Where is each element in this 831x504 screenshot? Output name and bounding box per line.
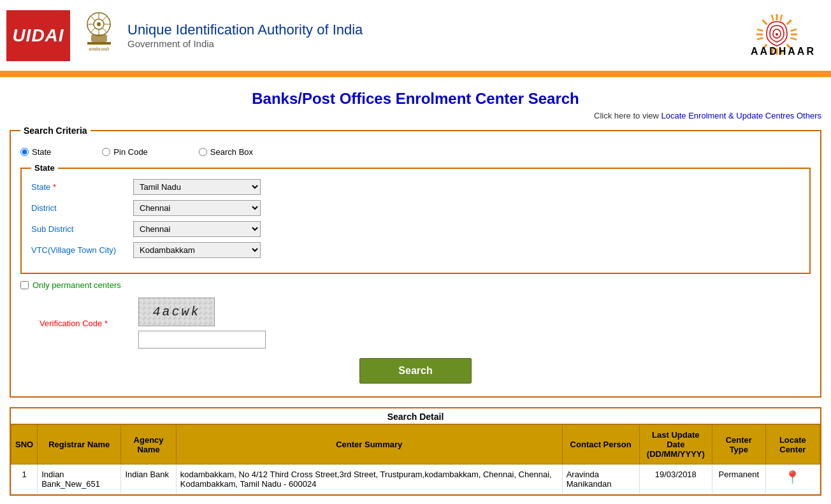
th-contact: Contact Person — [562, 425, 639, 464]
main-content: Banks/Post Offices Enrolment Center Sear… — [0, 77, 831, 502]
svg-line-27 — [790, 38, 797, 40]
captcha-input[interactable] — [138, 331, 266, 349]
permanent-centers-checkbox[interactable] — [20, 281, 29, 289]
svg-line-7 — [90, 16, 95, 20]
svg-line-20 — [787, 20, 791, 24]
cell-sno: 1 — [11, 464, 38, 494]
state-label: State — [31, 182, 133, 192]
th-center-summary: Center Summary — [176, 425, 562, 464]
header-left: UIDAI सत्यमेव जयते — [6, 10, 363, 61]
svg-line-23 — [781, 15, 783, 21]
table-row: 1 Indian Bank_New_651 Indian Bank kodamb… — [11, 464, 820, 494]
gov-name: Government of India — [127, 38, 363, 49]
svg-point-30 — [776, 33, 778, 36]
locate-link[interactable]: Locate Enrolment & Update Centres Others — [661, 111, 821, 120]
radio-searchbox-text: Search Box — [210, 147, 253, 157]
radio-state[interactable] — [20, 148, 29, 156]
search-criteria-fieldset: Search Criteria State Pin Code Search Bo… — [10, 126, 821, 398]
svg-line-25 — [757, 38, 763, 40]
radio-state-text: State — [32, 147, 51, 157]
search-type-radios: State Pin Code Search Box — [20, 147, 811, 157]
cell-locate[interactable]: 📍 — [765, 464, 820, 494]
aadhaar-logo: AADHAAR — [742, 10, 825, 61]
org-name: Unique Identification Authority of India — [127, 22, 363, 38]
th-registrar: Registrar Name — [38, 425, 121, 464]
header: UIDAI सत्यमेव जयते — [0, 0, 831, 73]
svg-line-26 — [790, 29, 797, 31]
cell-centertype: Permanent — [712, 464, 765, 494]
svg-text:सत्यमेव जयते: सत्यमेव जयते — [87, 47, 110, 52]
locate-prefix: Click here to view — [594, 111, 661, 120]
table-header-row: SNO Registrar Name Agency Name Center Su… — [11, 425, 820, 464]
subdistrict-select[interactable]: Chennai — [133, 221, 261, 237]
search-detail-title-row: Search Detail — [11, 408, 820, 424]
svg-rect-11 — [91, 34, 107, 42]
radio-searchbox-label[interactable]: Search Box — [199, 147, 253, 157]
state-row: State Tamil Nadu — [31, 179, 800, 195]
permanent-centers-label[interactable]: Only permanent centers — [33, 280, 121, 290]
required-star: * — [105, 319, 108, 328]
svg-line-22 — [772, 15, 774, 21]
cell-agency: Indian Bank — [121, 464, 176, 494]
cell-contact: Aravinda Manikandan — [562, 464, 639, 494]
cell-registrar: Indian Bank_New_651 — [38, 464, 121, 494]
vtc-label: VTC(Village Town City) — [31, 245, 133, 255]
header-text: Unique Identification Authority of India… — [127, 22, 363, 49]
radio-pincode-label[interactable]: Pin Code — [102, 147, 147, 157]
page-title: Banks/Post Offices Enrolment Center Sear… — [10, 90, 821, 108]
district-select[interactable]: Chennai — [133, 200, 261, 216]
district-label: District — [31, 203, 133, 213]
captcha-image: 4acwk — [138, 298, 215, 326]
th-sno: SNO — [11, 425, 38, 464]
search-button[interactable]: Search — [359, 358, 471, 384]
verification-label-text: Verification Code — [40, 319, 102, 328]
svg-line-8 — [103, 28, 107, 32]
svg-line-9 — [103, 16, 107, 20]
vtc-row: VTC(Village Town City) Kodambakkam — [31, 242, 800, 258]
subdistrict-label: Sub District — [31, 224, 133, 234]
results-table: SNO Registrar Name Agency Name Center Su… — [11, 424, 820, 494]
uidai-logo: UIDAI — [6, 10, 70, 61]
vtc-select[interactable]: Kodambakkam — [133, 242, 261, 258]
svg-line-10 — [90, 28, 95, 32]
locate-link-row: Click here to view Locate Enrolment & Up… — [10, 111, 821, 120]
svg-line-24 — [757, 29, 763, 31]
cell-lastupdate: 19/03/2018 — [639, 464, 712, 494]
captcha-label: Verification Code * — [40, 319, 129, 328]
th-locate: Locate Center — [765, 425, 820, 464]
svg-line-18 — [762, 20, 767, 24]
search-detail-title: Search Detail — [387, 412, 444, 422]
emblem-icon: सत्यमेव जयते — [76, 10, 121, 61]
svg-text:AADHAAR: AADHAAR — [751, 46, 816, 57]
permanent-centers-row: Only permanent centers — [20, 280, 811, 290]
search-criteria-legend: Search Criteria — [20, 126, 90, 136]
captcha-section: Verification Code * 4acwk — [40, 298, 811, 349]
district-row: District Chennai — [31, 200, 800, 216]
cell-summary: kodambakkam, No 4/12 Third Cross Street,… — [176, 464, 562, 494]
th-centertype: Center Type — [712, 425, 765, 464]
radio-pincode-text: Pin Code — [113, 147, 147, 157]
state-select[interactable]: Tamil Nadu — [133, 179, 261, 195]
radio-state-label[interactable]: State — [20, 147, 51, 157]
radio-pincode[interactable] — [102, 148, 110, 156]
subdistrict-row: Sub District Chennai — [31, 221, 800, 237]
search-button-row: Search — [20, 358, 811, 384]
locate-pin-icon[interactable]: 📍 — [770, 470, 816, 485]
state-fieldset: State State Tamil Nadu District Chennai … — [20, 163, 811, 274]
search-detail-section: Search Detail SNO Registrar Name Agency … — [10, 407, 821, 496]
th-lastupdate: Last Update Date(DD/MM/YYYY) — [639, 425, 712, 464]
state-legend: State — [31, 163, 58, 173]
svg-rect-12 — [87, 42, 111, 45]
svg-point-2 — [97, 22, 101, 26]
radio-searchbox[interactable] — [199, 148, 207, 156]
th-agency: Agency Name — [121, 425, 176, 464]
